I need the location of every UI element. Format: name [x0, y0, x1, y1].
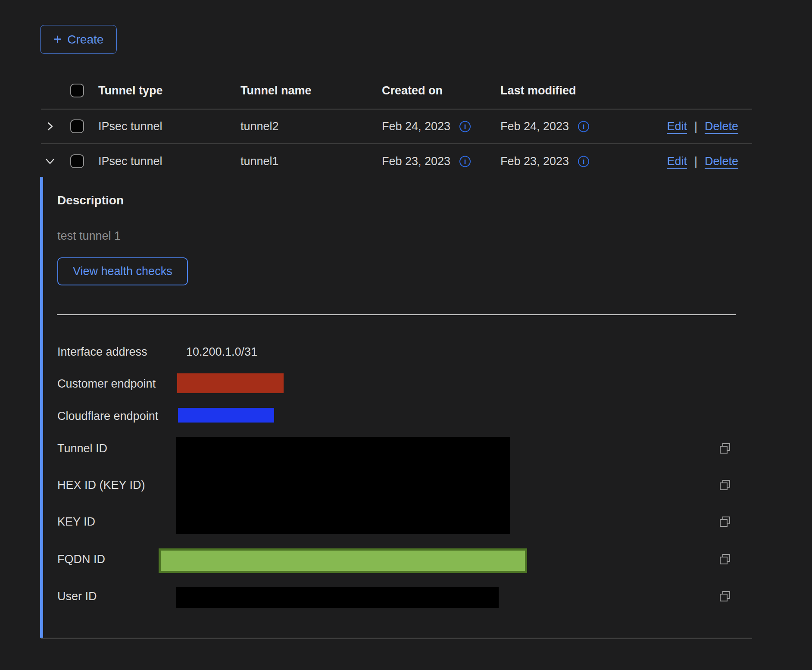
delete-link[interactable]: Delete [705, 120, 738, 133]
cloudflare-endpoint-redacted-value [178, 408, 274, 423]
edit-link[interactable]: Edit [667, 155, 687, 168]
tunnel-detail-panel: Description test tunnel 1 View health ch… [41, 177, 752, 639]
customer-endpoint-label: Customer endpoint [57, 376, 156, 391]
copy-key-id-button[interactable] [718, 515, 732, 529]
expand-row-button[interactable] [43, 119, 57, 133]
info-icon[interactable]: i [459, 121, 471, 132]
copy-icon [718, 589, 732, 603]
key-id-label: KEY ID [57, 514, 95, 529]
tunnel-name-cell: tunnel1 [240, 155, 279, 168]
chevron-down-icon [44, 155, 56, 167]
row-checkbox[interactable] [70, 154, 84, 168]
delete-link[interactable]: Delete [705, 155, 738, 168]
edit-link[interactable]: Edit [667, 120, 687, 133]
last-modified-cell: Feb 23, 2023 [500, 155, 569, 168]
fqdn-id-label: FQDN ID [57, 552, 105, 567]
header-tunnel-name: Tunnel name [240, 84, 312, 97]
fqdn-id-redacted-value [159, 548, 527, 573]
copy-icon [718, 478, 732, 492]
tunnel-id-label: Tunnel ID [57, 441, 107, 456]
header-created-on: Created on [382, 84, 443, 97]
interface-address-value: 10.200.1.0/31 [186, 344, 257, 359]
info-icon[interactable]: i [578, 121, 589, 132]
created-on-cell: Feb 24, 2023 [382, 120, 450, 133]
last-modified-cell: Feb 24, 2023 [500, 120, 569, 133]
info-icon[interactable]: i [578, 156, 589, 167]
action-separator: | [694, 120, 697, 133]
copy-icon [718, 441, 732, 455]
plus-icon: + [53, 32, 62, 46]
table-header-row: Tunnel type Tunnel name Created on Last … [41, 72, 752, 110]
interface-address-label: Interface address [57, 344, 147, 359]
description-text: test tunnel 1 [57, 229, 121, 243]
customer-endpoint-redacted-value [177, 373, 284, 393]
create-button[interactable]: + Create [40, 25, 117, 54]
header-last-modified: Last modified [500, 84, 576, 97]
cloudflare-endpoint-label: Cloudflare endpoint [57, 409, 158, 423]
ids-redacted-value [176, 437, 510, 534]
tunnels-table: Tunnel type Tunnel name Created on Last … [41, 72, 752, 178]
copy-icon [718, 552, 732, 566]
copy-fqdn-id-button[interactable] [718, 552, 732, 566]
user-id-redacted-value [176, 587, 499, 608]
action-separator: | [694, 155, 697, 168]
header-tunnel-type: Tunnel type [98, 84, 163, 97]
table-row: IPsec tunnel tunnel1 Feb 23, 2023 i Feb … [41, 144, 752, 178]
info-icon[interactable]: i [459, 156, 471, 167]
create-button-label: Create [67, 33, 103, 47]
copy-icon [718, 515, 732, 529]
created-on-cell: Feb 23, 2023 [382, 155, 450, 168]
section-divider [57, 314, 736, 315]
chevron-right-icon [44, 120, 56, 132]
description-label: Description [57, 193, 124, 208]
user-id-label: User ID [57, 589, 97, 604]
tunnel-type-cell: IPsec tunnel [98, 155, 162, 168]
row-checkbox[interactable] [70, 119, 84, 133]
copy-tunnel-id-button[interactable] [718, 441, 732, 455]
copy-user-id-button[interactable] [718, 589, 732, 603]
collapse-row-button[interactable] [43, 154, 57, 168]
select-all-checkbox[interactable] [70, 84, 84, 97]
tunnels-page: + Create Tunnel type Tunnel name Created… [0, 0, 812, 670]
copy-hex-id-button[interactable] [718, 478, 732, 492]
tunnel-name-cell: tunnel2 [240, 120, 279, 133]
table-row: IPsec tunnel tunnel2 Feb 24, 2023 i Feb … [41, 110, 752, 144]
tunnel-type-cell: IPsec tunnel [98, 120, 162, 133]
hex-id-label: HEX ID (KEY ID) [57, 478, 145, 492]
view-health-checks-button[interactable]: View health checks [57, 257, 188, 285]
